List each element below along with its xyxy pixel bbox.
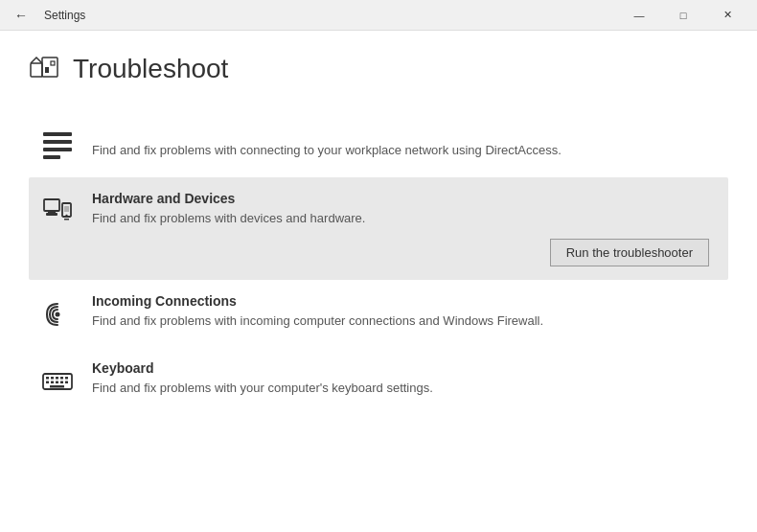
svg-rect-18: [51, 377, 54, 380]
keyboard-icon: [38, 362, 77, 401]
svg-rect-12: [64, 206, 69, 212]
window-title: Settings: [44, 9, 85, 22]
svg-rect-13: [64, 219, 69, 220]
svg-rect-26: [65, 382, 68, 384]
network-item-content: Find and fix problems with connecting to…: [92, 124, 719, 159]
svg-rect-4: [43, 132, 72, 136]
network-icon: [38, 126, 77, 164]
page-header-icon: [29, 50, 59, 87]
window-controls: — □ ✕: [617, 0, 749, 31]
svg-rect-20: [60, 377, 63, 380]
svg-point-15: [56, 312, 60, 317]
svg-rect-19: [56, 377, 58, 380]
svg-rect-27: [50, 385, 64, 388]
svg-rect-9: [48, 211, 56, 213]
hardware-item-content: Hardware and Devices Find and fix proble…: [92, 191, 719, 266]
svg-rect-7: [43, 155, 60, 159]
incoming-item-desc: Find and fix problems with incoming comp…: [92, 312, 719, 330]
incoming-connections-icon: [38, 295, 77, 334]
keyboard-item-title: Keyboard: [92, 360, 719, 376]
network-item-desc: Find and fix problems with connecting to…: [92, 142, 719, 159]
minimize-button[interactable]: —: [617, 0, 661, 31]
title-bar: ← Settings — □ ✕: [0, 0, 757, 31]
svg-rect-3: [51, 61, 55, 65]
keyboard-item-content: Keyboard Find and fix problems with your…: [92, 360, 719, 397]
keyboard-item-desc: Find and fix problems with your computer…: [92, 380, 719, 397]
list-item: Find and fix problems with connecting to…: [29, 110, 728, 177]
incoming-list-item: Incoming Connections Find and fix proble…: [29, 280, 728, 347]
back-button[interactable]: ←: [8, 2, 34, 29]
run-troubleshooter-button[interactable]: Run the troubleshooter: [550, 239, 709, 266]
svg-rect-10: [46, 213, 57, 216]
page-title: Troubleshoot: [73, 54, 228, 84]
back-arrow-icon: ←: [14, 8, 28, 23]
svg-rect-1: [42, 58, 57, 77]
troubleshoot-list: Find and fix problems with connecting to…: [29, 110, 728, 414]
maximize-button[interactable]: □: [661, 0, 705, 31]
svg-rect-0: [31, 63, 42, 77]
keyboard-list-item: Keyboard Find and fix problems with your…: [29, 347, 728, 414]
run-button-area: Run the troubleshooter: [92, 239, 719, 266]
incoming-item-content: Incoming Connections Find and fix proble…: [92, 293, 719, 330]
main-content: Troubleshoot Find and fix problems with …: [0, 31, 757, 433]
svg-rect-23: [51, 382, 54, 384]
svg-rect-24: [56, 382, 58, 384]
svg-rect-5: [43, 140, 72, 144]
hardware-item-title: Hardware and Devices: [92, 191, 719, 206]
svg-rect-25: [60, 382, 63, 384]
svg-rect-8: [44, 199, 59, 211]
hardware-item-desc: Find and fix problems with devices and h…: [92, 210, 719, 227]
close-button[interactable]: ✕: [705, 0, 749, 31]
svg-rect-22: [46, 382, 49, 384]
page-header: Troubleshoot: [29, 50, 728, 87]
svg-rect-6: [43, 148, 72, 151]
svg-rect-2: [45, 67, 49, 73]
incoming-item-title: Incoming Connections: [92, 293, 719, 309]
network-item-title: [92, 124, 719, 138]
hardware-icon: [38, 193, 77, 231]
svg-point-14: [65, 215, 67, 217]
svg-rect-17: [46, 377, 49, 380]
hardware-list-item: Hardware and Devices Find and fix proble…: [29, 177, 728, 280]
svg-rect-21: [65, 377, 68, 380]
